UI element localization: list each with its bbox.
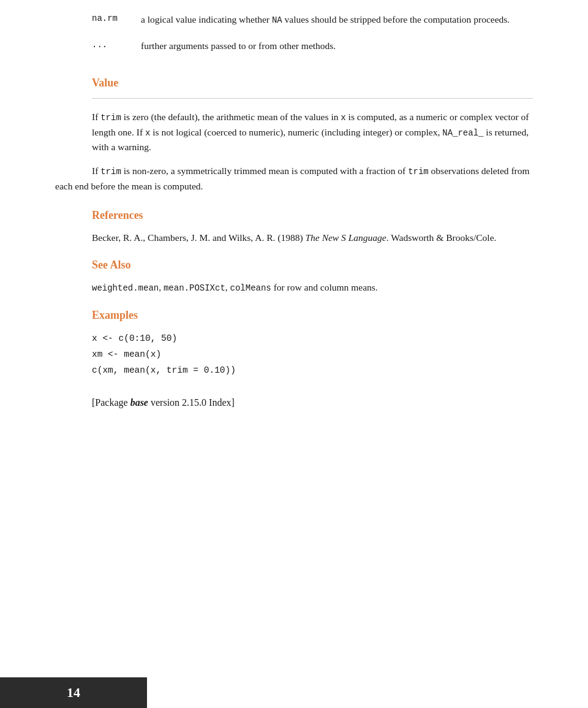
examples-code-block: x <- c(0:10, 50) xm <- mean(x) c(xm, mea… — [92, 330, 533, 378]
code-x-2: x — [145, 128, 150, 138]
param-desc-na-rm: a logical value indicating whether NA va… — [129, 12, 510, 28]
value-para-2: If trim is non-zero, a symmetrically tri… — [55, 164, 533, 194]
value-para-1: If trim is zero (the default), the arith… — [92, 110, 533, 155]
code-mean-posixct: mean.POSIXct — [164, 283, 225, 293]
see-also-heading: See Also — [92, 259, 533, 272]
code-colmeans: colMeans — [230, 283, 271, 293]
page-content: na.rm a logical value indicating whether… — [0, 0, 588, 457]
page-number: 14 — [67, 685, 80, 700]
examples-section: Examples x <- c(0:10, 50) xm <- mean(x) … — [55, 309, 533, 378]
value-section: Value — [55, 72, 533, 110]
code-line-1: x <- c(0:10, 50) — [92, 330, 533, 346]
code-x-1: x — [341, 113, 345, 123]
page-number-bar: 14 — [0, 677, 147, 708]
code-na-real: NA_real_ — [442, 128, 483, 138]
value-divider — [92, 98, 533, 99]
param-row-dots: ... further arguments passed to or from … — [55, 39, 533, 53]
package-footer: [Package base version 2.15.0 Index] — [55, 397, 533, 408]
value-heading: Value — [92, 77, 533, 89]
references-text: Becker, R. A., Chambers, J. M. and Wilks… — [92, 230, 533, 246]
code-trim-2: trim — [100, 167, 121, 177]
code-line-2: xm <- mean(x) — [92, 346, 533, 362]
code-weighted-mean: weighted.mean — [92, 283, 159, 293]
param-name-na-rm: na.rm — [92, 12, 129, 28]
code-trim-1: trim — [100, 113, 121, 123]
see-also-text: weighted.mean, mean.POSIXct, colMeans fo… — [92, 280, 533, 295]
code-na: NA — [272, 15, 282, 25]
param-row-na-rm: na.rm a logical value indicating whether… — [55, 12, 533, 28]
param-desc-dots: further arguments passed to or from othe… — [129, 39, 336, 53]
book-title: The New S Language — [306, 232, 386, 243]
references-section: References Becker, R. A., Chambers, J. M… — [55, 209, 533, 246]
references-heading: References — [92, 209, 533, 222]
package-name: base — [130, 397, 148, 408]
see-also-section: See Also weighted.mean, mean.POSIXct, co… — [55, 259, 533, 295]
code-trim-3: trim — [408, 167, 429, 177]
code-line-3: c(xm, mean(x, trim = 0.10)) — [92, 362, 533, 378]
examples-heading: Examples — [92, 309, 533, 322]
param-name-dots: ... — [92, 39, 129, 53]
